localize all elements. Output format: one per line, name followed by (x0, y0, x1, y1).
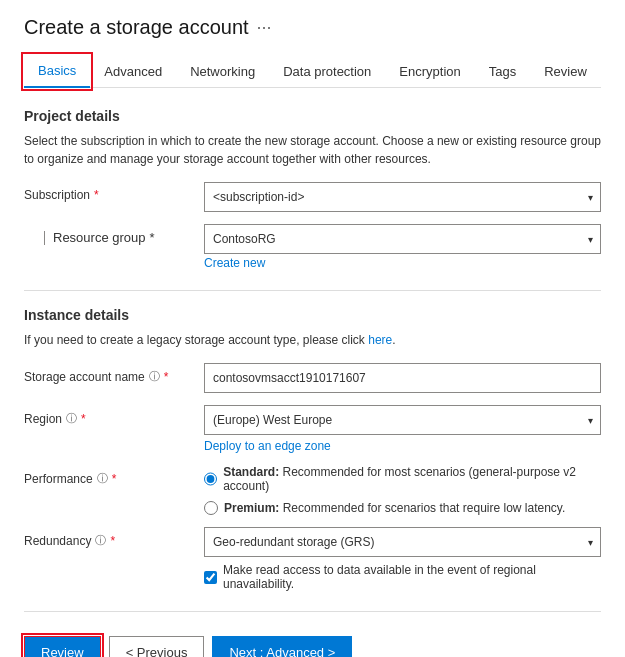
next-button[interactable]: Next : Advanced > (212, 636, 352, 657)
resource-group-select[interactable]: ContosoRG (204, 224, 601, 254)
performance-premium-option[interactable]: Premium: Recommended for scenarios that … (204, 501, 601, 515)
resource-group-label: Resource group (53, 230, 146, 245)
more-options-icon[interactable]: ··· (257, 17, 272, 38)
resource-group-label-col: Resource group * (24, 224, 204, 245)
here-link[interactable]: here (368, 333, 392, 347)
resource-group-required: * (150, 230, 155, 245)
region-control: (Europe) West Europe ▾ Deploy to an edge… (204, 405, 601, 453)
subscription-required: * (94, 188, 99, 202)
tab-data-protection[interactable]: Data protection (269, 55, 385, 87)
performance-radio-group: Standard: Recommended for most scenarios… (204, 465, 601, 515)
redundancy-info-icon[interactable]: ⓘ (95, 533, 106, 548)
redundancy-control: Geo-redundant storage (GRS) ▾ Make read … (204, 527, 601, 591)
storage-account-name-label: Storage account name ⓘ * (24, 363, 204, 384)
resource-group-select-wrapper: ContosoRG ▾ (204, 224, 601, 254)
tab-networking[interactable]: Networking (176, 55, 269, 87)
tab-advanced[interactable]: Advanced (90, 55, 176, 87)
storage-name-required: * (164, 370, 169, 384)
subscription-control: <subscription-id> ▾ (204, 182, 601, 212)
tab-tags[interactable]: Tags (475, 55, 530, 87)
resource-group-indent-line (44, 231, 45, 245)
nav-tabs: Basics Advanced Networking Data protecti… (24, 55, 601, 88)
subscription-select-wrapper: <subscription-id> ▾ (204, 182, 601, 212)
region-required: * (81, 412, 86, 426)
resource-group-row: Resource group * ContosoRG ▾ Create new (24, 224, 601, 270)
redundancy-label: Redundancy ⓘ * (24, 527, 204, 548)
instance-details-title: Instance details (24, 307, 601, 323)
region-select-wrapper: (Europe) West Europe ▾ (204, 405, 601, 435)
create-new-link[interactable]: Create new (204, 256, 601, 270)
region-label: Region ⓘ * (24, 405, 204, 426)
performance-row: Performance ⓘ * Standard: Recommended fo… (24, 465, 601, 515)
footer-divider (24, 611, 601, 612)
subscription-row: Subscription * <subscription-id> ▾ (24, 182, 601, 212)
region-row: Region ⓘ * (Europe) West Europe ▾ Deploy… (24, 405, 601, 453)
performance-info-icon[interactable]: ⓘ (97, 471, 108, 486)
instance-details-desc: If you need to create a legacy storage a… (24, 331, 601, 349)
page-header: Create a storage account ··· (24, 16, 601, 39)
storage-account-name-input[interactable] (204, 363, 601, 393)
redundancy-select-wrapper: Geo-redundant storage (GRS) ▾ (204, 527, 601, 557)
performance-premium-label: Premium: Recommended for scenarios that … (224, 501, 565, 515)
tab-encryption[interactable]: Encryption (385, 55, 474, 87)
redundancy-checkbox-row: Make read access to data available in th… (204, 563, 601, 591)
redundancy-row: Redundancy ⓘ * Geo-redundant storage (GR… (24, 527, 601, 591)
footer: Review < Previous Next : Advanced > (24, 628, 601, 657)
region-select[interactable]: (Europe) West Europe (204, 405, 601, 435)
performance-required: * (112, 472, 117, 486)
read-access-label: Make read access to data available in th… (223, 563, 601, 591)
subscription-label: Subscription * (24, 182, 204, 202)
subscription-select[interactable]: <subscription-id> (204, 182, 601, 212)
page-title: Create a storage account (24, 16, 249, 39)
resource-group-indent: Resource group * (24, 230, 155, 245)
project-details-desc: Select the subscription in which to crea… (24, 132, 601, 168)
page-container: Create a storage account ··· Basics Adva… (0, 0, 625, 657)
resource-group-control: ContosoRG ▾ Create new (204, 224, 601, 270)
performance-standard-option[interactable]: Standard: Recommended for most scenarios… (204, 465, 601, 493)
tab-review[interactable]: Review (530, 55, 601, 87)
deploy-edge-zone-link[interactable]: Deploy to an edge zone (204, 439, 601, 453)
redundancy-select[interactable]: Geo-redundant storage (GRS) (204, 527, 601, 557)
tab-basics[interactable]: Basics (24, 55, 90, 88)
performance-label: Performance ⓘ * (24, 465, 204, 486)
section-divider (24, 290, 601, 291)
storage-account-name-control (204, 363, 601, 393)
performance-control: Standard: Recommended for most scenarios… (204, 465, 601, 515)
instance-details-section: Instance details If you need to create a… (24, 307, 601, 591)
read-access-checkbox[interactable] (204, 571, 217, 584)
storage-account-name-row: Storage account name ⓘ * (24, 363, 601, 393)
region-info-icon[interactable]: ⓘ (66, 411, 77, 426)
review-button[interactable]: Review (24, 636, 101, 657)
project-details-section: Project details Select the subscription … (24, 108, 601, 270)
performance-premium-radio[interactable] (204, 501, 218, 515)
performance-standard-label: Standard: Recommended for most scenarios… (223, 465, 601, 493)
project-details-title: Project details (24, 108, 601, 124)
performance-standard-radio[interactable] (204, 472, 217, 486)
redundancy-required: * (110, 534, 115, 548)
previous-button[interactable]: < Previous (109, 636, 205, 657)
storage-name-info-icon[interactable]: ⓘ (149, 369, 160, 384)
